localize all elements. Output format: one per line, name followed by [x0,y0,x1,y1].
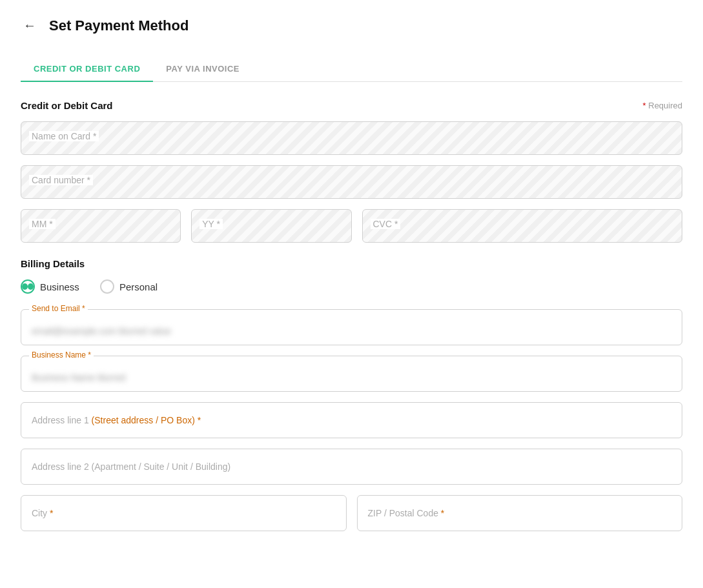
radio-business[interactable]: Business [21,279,79,294]
card-number-label: Card number * [29,175,93,185]
tab-credit-card[interactable]: CREDIT OR DEBIT CARD [21,56,153,81]
billing-type-radio-group: Business Personal [21,279,682,294]
city-field[interactable]: City * [21,495,347,531]
yy-field[interactable]: YY * [191,209,351,243]
send-to-email-field[interactable]: Send to Email * email@example.com blurre… [21,309,682,345]
zip-field[interactable]: ZIP / Postal Code * [357,495,683,531]
address-line2-placeholder: Address line 2 (Apartment / Suite / Unit… [21,461,241,472]
name-on-card-field[interactable]: Name on Card * [21,121,682,155]
mm-label: MM * [29,219,56,229]
send-to-email-value: email@example.com blurred value [32,326,171,336]
yy-label: YY * [199,219,223,229]
card-section-title: Credit or Debit Card [21,100,113,111]
billing-section-title: Billing Details [21,258,682,269]
address-line1-field[interactable]: Address line 1 (Street address / PO Box)… [21,402,682,438]
radio-business-label: Business [40,281,79,292]
send-to-email-label: Send to Email * [29,304,88,313]
required-note: * Required [643,101,682,110]
city-placeholder: City * [21,508,63,518]
name-on-card-label: Name on Card * [29,131,99,141]
tabs-container: CREDIT OR DEBIT CARD PAY VIA INVOICE [21,56,682,82]
radio-personal-label: Personal [119,281,158,292]
cvc-field[interactable]: CVC * [362,209,683,243]
cvc-label: CVC * [371,219,401,229]
business-name-field[interactable]: Business Name * Business Name blurred [21,356,682,392]
business-name-label: Business Name * [29,350,94,360]
radio-personal-circle [100,279,114,294]
radio-personal[interactable]: Personal [100,279,158,294]
card-number-field[interactable]: Card number * [21,165,682,199]
zip-placeholder: ZIP / Postal Code * [358,508,455,518]
mm-field[interactable]: MM * [21,209,181,243]
address-line2-field[interactable]: Address line 2 (Apartment / Suite / Unit… [21,449,682,485]
address-line1-placeholder: Address line 1 (Street address / PO Box)… [21,415,211,425]
radio-business-circle [21,279,35,294]
business-name-value: Business Name blurred [32,372,126,383]
back-button[interactable]: ← [21,15,39,35]
page-title: Set Payment Method [49,17,188,34]
tab-invoice[interactable]: PAY VIA INVOICE [153,56,252,81]
